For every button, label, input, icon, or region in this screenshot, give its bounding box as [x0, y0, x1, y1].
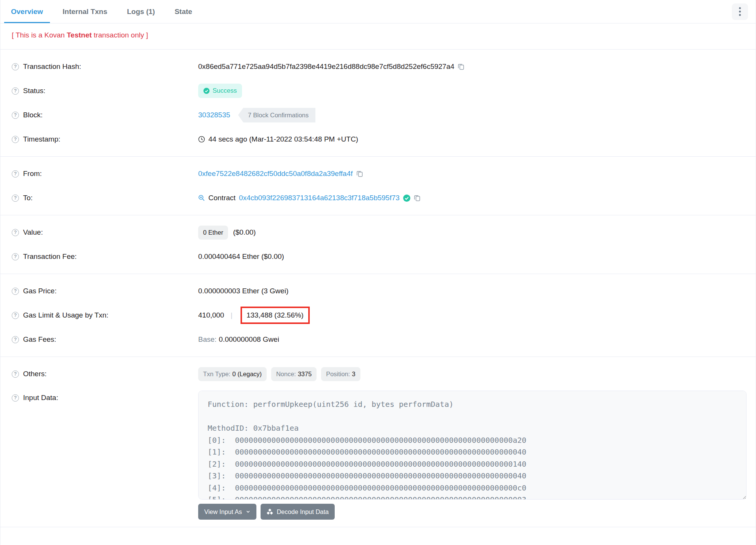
to-address-link[interactable]: 0x4cb093f226983713164a62138c3f718a5b595f… — [239, 194, 400, 202]
section-value-fee: ? Value: 0 Ether ($0.00) ? Transaction F… — [0, 215, 756, 274]
value-usd: ($0.00) — [233, 228, 256, 237]
notice-suffix: transaction only ] — [92, 31, 148, 39]
tab-state[interactable]: State — [168, 0, 199, 23]
help-icon[interactable]: ? — [12, 195, 19, 202]
nonce-label: Nonce: — [276, 371, 296, 378]
help-icon[interactable]: ? — [12, 87, 19, 95]
transaction-fee-label: Transaction Fee: — [23, 252, 77, 261]
input-data-label: Input Data: — [23, 394, 58, 402]
section-addresses: ? From: 0xfee7522e8482682cf50ddc50a0f8da… — [0, 157, 756, 215]
position-value: 3 — [352, 371, 355, 378]
tab-logs[interactable]: Logs (1) — [120, 0, 162, 23]
nonce-pill: Nonce: 3375 — [271, 367, 317, 381]
nonce-value: 3375 — [298, 371, 312, 378]
row-input-data: ? Input Data: Function: performUpkeep(ui… — [12, 391, 747, 522]
value-label: Value: — [23, 228, 43, 237]
decode-input-data-button[interactable]: Decode Input Data — [261, 504, 335, 520]
tab-bar: Overview Internal Txns Logs (1) State — [0, 0, 756, 23]
help-icon[interactable]: ? — [12, 112, 19, 119]
from-address-link[interactable]: 0xfee7522e8482682cf50ddc50a0f8da2a39effa… — [198, 170, 353, 178]
view-input-as-button[interactable]: View Input As — [198, 504, 256, 520]
row-timestamp: ? Timestamp: 44 secs ago (Mar-11-2022 03… — [12, 127, 747, 151]
row-gas-fees: ? Gas Fees: Base: 0.000000008 Gwei — [12, 327, 747, 352]
kebab-dot — [739, 11, 741, 12]
kebab-dot — [739, 7, 741, 9]
status-label: Status: — [23, 87, 45, 95]
row-value: ? Value: 0 Ether ($0.00) — [12, 220, 747, 244]
footer-spacer — [0, 527, 756, 539]
row-transaction-hash: ? Transaction Hash: 0x86ed5a771e725aa94d… — [12, 54, 747, 79]
copy-icon[interactable] — [458, 63, 464, 70]
input-actions: View Input As Decode Input Data — [198, 504, 747, 520]
to-contract-prefix: Contract — [208, 194, 236, 202]
block-label: Block: — [23, 111, 43, 119]
help-icon[interactable]: ? — [12, 136, 19, 143]
block-confirmations-badge: 7 Block Confirmations — [238, 108, 315, 123]
transaction-hash-value: 0x86ed5a771e725aa94d5b7fa2398e4419e216d8… — [198, 62, 454, 71]
row-gas-limit-usage: ? Gas Limit & Usage by Txn: 410,000 | 13… — [12, 303, 747, 327]
position-label: Position: — [326, 371, 350, 378]
check-circle-icon — [203, 88, 210, 94]
status-value: Success — [213, 87, 237, 95]
view-input-as-label: View Input As — [204, 508, 242, 515]
decode-input-data-label: Decode Input Data — [277, 508, 329, 515]
gas-price-label: Gas Price: — [23, 287, 57, 295]
tab-internal-txns[interactable]: Internal Txns — [56, 0, 114, 23]
verified-check-icon — [403, 195, 410, 202]
copy-icon[interactable] — [414, 195, 421, 201]
help-icon[interactable]: ? — [12, 336, 19, 343]
to-label: To: — [23, 194, 33, 202]
magnifier-plus-icon[interactable] — [198, 195, 205, 201]
testnet-notice-section: [ This is a Kovan Testnet transaction on… — [0, 23, 756, 50]
annotation-highlight-box: 133,488 (32.56%) — [241, 307, 310, 324]
row-others: ? Others: Txn Type: 0 (Legacy) Nonce: 33… — [12, 362, 747, 386]
value-amount-pill: 0 Ether — [198, 226, 228, 240]
help-icon[interactable]: ? — [12, 371, 19, 378]
help-icon[interactable]: ? — [12, 253, 19, 260]
value-amount: 0 Ether — [203, 229, 223, 236]
transaction-hash-label-group: ? Transaction Hash: — [12, 62, 198, 71]
kebab-menu-button[interactable] — [732, 3, 748, 20]
others-label: Others: — [23, 370, 47, 378]
cubes-icon — [267, 509, 273, 515]
help-icon[interactable]: ? — [12, 312, 19, 319]
gas-usage-value: 133,488 (32.56%) — [247, 311, 304, 319]
gas-limit-separator: | — [231, 311, 233, 319]
position-pill: Position: 3 — [321, 367, 360, 381]
help-icon[interactable]: ? — [12, 229, 19, 236]
transaction-hash-label: Transaction Hash: — [23, 62, 81, 71]
row-gas-price: ? Gas Price: 0.000000003 Ether (3 Gwei) — [12, 279, 747, 303]
txn-type-value: 0 (Legacy) — [232, 371, 262, 378]
gas-fees-base-value: 0.000000008 Gwei — [219, 335, 279, 344]
section-others-input: ? Others: Txn Type: 0 (Legacy) Nonce: 33… — [0, 357, 756, 527]
testnet-notice: [ This is a Kovan Testnet transaction on… — [12, 31, 747, 39]
timestamp-value: 44 secs ago (Mar-11-2022 03:54:48 PM +UT… — [208, 135, 358, 143]
input-data-textarea[interactable]: Function: performUpkeep(uint256 id, byte… — [198, 391, 747, 500]
help-icon[interactable]: ? — [12, 63, 19, 70]
row-to: ? To: Contract 0x4cb093f226983713164a621… — [12, 186, 747, 210]
section-overview-top: ? Transaction Hash: 0x86ed5a771e725aa94d… — [0, 50, 756, 157]
gas-price-value: 0.000000003 Ether (3 Gwei) — [198, 287, 289, 295]
help-icon[interactable]: ? — [12, 170, 19, 178]
gas-fees-label: Gas Fees: — [23, 335, 56, 344]
from-label: From: — [23, 170, 42, 178]
txn-type-pill: Txn Type: 0 (Legacy) — [198, 367, 267, 381]
section-gas: ? Gas Price: 0.000000003 Ether (3 Gwei) … — [0, 274, 756, 357]
gas-limit-label: Gas Limit & Usage by Txn: — [23, 311, 109, 319]
tab-overview[interactable]: Overview — [4, 0, 50, 23]
txn-type-label: Txn Type: — [203, 371, 230, 378]
notice-bold: Testnet — [67, 31, 92, 39]
row-block: ? Block: 30328535 7 Block Confirmations — [12, 103, 747, 127]
help-icon[interactable]: ? — [12, 394, 19, 402]
row-from: ? From: 0xfee7522e8482682cf50ddc50a0f8da… — [12, 162, 747, 186]
help-icon[interactable]: ? — [12, 288, 19, 295]
status-badge: Success — [198, 84, 242, 98]
others-pill-group: Txn Type: 0 (Legacy) Nonce: 3375 Positio… — [198, 367, 360, 381]
kebab-dot — [739, 14, 741, 16]
gas-limit-value: 410,000 — [198, 311, 224, 319]
transaction-fee-value: 0.000400464 Ether ($0.00) — [198, 252, 284, 261]
block-number-link[interactable]: 30328535 — [198, 111, 230, 119]
clock-icon — [198, 136, 205, 143]
chevron-down-icon — [246, 509, 250, 514]
copy-icon[interactable] — [356, 170, 363, 177]
